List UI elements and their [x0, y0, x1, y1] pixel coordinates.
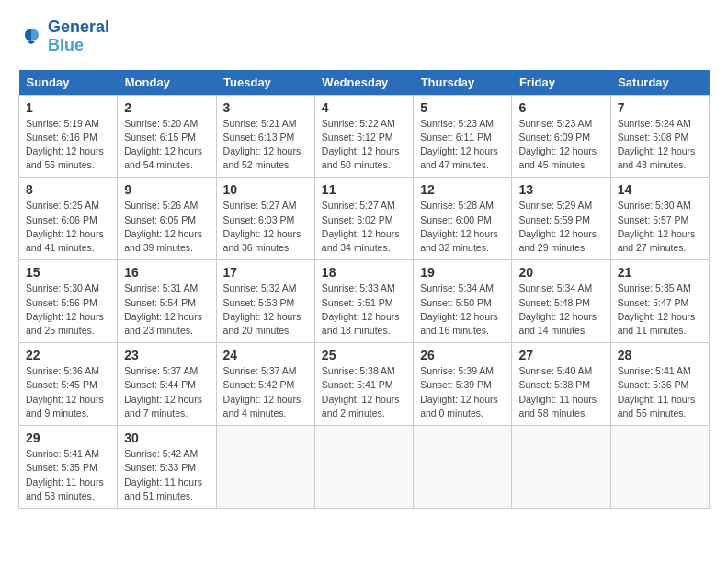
calendar-row: 29 Sunrise: 5:41 AMSunset: 5:35 PMDaylig…	[19, 426, 710, 509]
day-cell: 27 Sunrise: 5:40 AMSunset: 5:38 PMDaylig…	[512, 343, 610, 426]
day-cell: 15 Sunrise: 5:30 AMSunset: 5:56 PMDaylig…	[19, 260, 118, 343]
day-detail: Sunrise: 5:25 AMSunset: 6:06 PMDaylight:…	[26, 199, 110, 255]
day-cell: 25 Sunrise: 5:38 AMSunset: 5:41 PMDaylig…	[314, 343, 413, 426]
day-cell: 7 Sunrise: 5:24 AMSunset: 6:08 PMDayligh…	[610, 95, 709, 178]
weekday-header-row: Sunday Monday Tuesday Wednesday Thursday…	[19, 70, 710, 96]
header-tuesday: Tuesday	[216, 70, 314, 96]
day-cell: 1 Sunrise: 5:19 AMSunset: 6:16 PMDayligh…	[19, 95, 118, 178]
day-number: 6	[518, 100, 603, 115]
day-number: 21	[618, 265, 702, 280]
day-number: 24	[223, 348, 308, 362]
day-number: 29	[26, 431, 110, 445]
day-number: 10	[223, 182, 308, 197]
calendar-row: 22 Sunrise: 5:36 AMSunset: 5:45 PMDaylig…	[19, 343, 710, 426]
day-detail: Sunrise: 5:38 AMSunset: 5:41 PMDaylight:…	[322, 364, 406, 420]
day-cell: 12 Sunrise: 5:28 AMSunset: 6:00 PMDaylig…	[414, 178, 512, 260]
day-cell: 29 Sunrise: 5:41 AMSunset: 5:35 PMDaylig…	[19, 426, 118, 509]
header-saturday: Saturday	[610, 70, 709, 96]
day-cell: 14 Sunrise: 5:30 AMSunset: 5:57 PMDaylig…	[610, 178, 709, 260]
calendar-row: 1 Sunrise: 5:19 AMSunset: 6:16 PMDayligh…	[19, 95, 710, 178]
logo: General Blue	[18, 18, 109, 55]
day-number: 11	[322, 182, 406, 197]
day-cell: 11 Sunrise: 5:27 AMSunset: 6:02 PMDaylig…	[314, 178, 413, 260]
day-number: 26	[420, 348, 505, 362]
calendar-row: 8 Sunrise: 5:25 AMSunset: 6:06 PMDayligh…	[19, 178, 710, 260]
day-detail: Sunrise: 5:29 AMSunset: 5:59 PMDaylight:…	[518, 199, 603, 255]
day-cell: 9 Sunrise: 5:26 AMSunset: 6:05 PMDayligh…	[118, 178, 216, 260]
day-cell: 18 Sunrise: 5:33 AMSunset: 5:51 PMDaylig…	[314, 260, 413, 343]
day-detail: Sunrise: 5:23 AMSunset: 6:11 PMDaylight:…	[420, 117, 505, 173]
day-number: 1	[26, 100, 110, 115]
day-number: 13	[518, 182, 603, 197]
day-number: 20	[518, 265, 603, 280]
day-number: 4	[322, 100, 406, 115]
day-cell: 4 Sunrise: 5:22 AMSunset: 6:12 PMDayligh…	[314, 95, 413, 178]
header-sunday: Sunday	[19, 70, 118, 96]
day-detail: Sunrise: 5:41 AMSunset: 5:36 PMDaylight:…	[618, 364, 702, 420]
empty-cell	[414, 426, 512, 509]
day-number: 15	[26, 265, 110, 280]
day-cell: 19 Sunrise: 5:34 AMSunset: 5:50 PMDaylig…	[414, 260, 512, 343]
day-cell: 26 Sunrise: 5:39 AMSunset: 5:39 PMDaylig…	[414, 343, 512, 426]
day-cell: 5 Sunrise: 5:23 AMSunset: 6:11 PMDayligh…	[414, 95, 512, 178]
empty-cell	[512, 426, 610, 509]
day-cell: 21 Sunrise: 5:35 AMSunset: 5:47 PMDaylig…	[610, 260, 709, 343]
header-wednesday: Wednesday	[314, 70, 413, 96]
day-cell: 20 Sunrise: 5:34 AMSunset: 5:48 PMDaylig…	[512, 260, 610, 343]
day-detail: Sunrise: 5:31 AMSunset: 5:54 PMDaylight:…	[124, 282, 209, 338]
day-number: 18	[322, 265, 406, 280]
day-cell: 28 Sunrise: 5:41 AMSunset: 5:36 PMDaylig…	[610, 343, 709, 426]
day-number: 30	[124, 431, 209, 445]
day-detail: Sunrise: 5:34 AMSunset: 5:48 PMDaylight:…	[518, 282, 603, 338]
day-number: 3	[223, 100, 308, 115]
day-number: 22	[26, 348, 110, 362]
day-detail: Sunrise: 5:39 AMSunset: 5:39 PMDaylight:…	[420, 364, 505, 420]
day-detail: Sunrise: 5:37 AMSunset: 5:44 PMDaylight:…	[124, 364, 209, 420]
day-detail: Sunrise: 5:28 AMSunset: 6:00 PMDaylight:…	[420, 199, 505, 255]
calendar-table: Sunday Monday Tuesday Wednesday Thursday…	[18, 70, 710, 509]
day-number: 28	[618, 348, 702, 362]
day-number: 8	[26, 182, 110, 197]
day-detail: Sunrise: 5:37 AMSunset: 5:42 PMDaylight:…	[223, 364, 308, 420]
day-detail: Sunrise: 5:30 AMSunset: 5:56 PMDaylight:…	[26, 282, 110, 338]
day-number: 23	[124, 348, 209, 362]
header-monday: Monday	[118, 70, 216, 96]
day-detail: Sunrise: 5:33 AMSunset: 5:51 PMDaylight:…	[322, 282, 406, 338]
day-cell: 8 Sunrise: 5:25 AMSunset: 6:06 PMDayligh…	[19, 178, 118, 260]
day-number: 14	[618, 182, 702, 197]
day-cell: 3 Sunrise: 5:21 AMSunset: 6:13 PMDayligh…	[216, 95, 314, 178]
day-cell: 10 Sunrise: 5:27 AMSunset: 6:03 PMDaylig…	[216, 178, 314, 260]
page-header: General Blue	[18, 18, 710, 55]
day-cell: 22 Sunrise: 5:36 AMSunset: 5:45 PMDaylig…	[19, 343, 118, 426]
day-detail: Sunrise: 5:26 AMSunset: 6:05 PMDaylight:…	[124, 199, 209, 255]
header-thursday: Thursday	[414, 70, 512, 96]
empty-cell	[314, 426, 413, 509]
day-cell: 6 Sunrise: 5:23 AMSunset: 6:09 PMDayligh…	[512, 95, 610, 178]
day-detail: Sunrise: 5:42 AMSunset: 5:33 PMDaylight:…	[124, 447, 209, 503]
day-cell: 30 Sunrise: 5:42 AMSunset: 5:33 PMDaylig…	[118, 426, 216, 509]
day-cell: 17 Sunrise: 5:32 AMSunset: 5:53 PMDaylig…	[216, 260, 314, 343]
day-detail: Sunrise: 5:20 AMSunset: 6:15 PMDaylight:…	[124, 117, 209, 173]
day-detail: Sunrise: 5:24 AMSunset: 6:08 PMDaylight:…	[618, 117, 702, 173]
day-number: 16	[124, 265, 209, 280]
day-number: 27	[518, 348, 603, 362]
day-detail: Sunrise: 5:40 AMSunset: 5:38 PMDaylight:…	[518, 364, 603, 420]
day-detail: Sunrise: 5:27 AMSunset: 6:03 PMDaylight:…	[223, 199, 308, 255]
day-detail: Sunrise: 5:21 AMSunset: 6:13 PMDaylight:…	[223, 117, 308, 173]
empty-cell	[216, 426, 314, 509]
logo-icon	[18, 27, 44, 47]
day-number: 7	[618, 100, 702, 115]
day-cell: 13 Sunrise: 5:29 AMSunset: 5:59 PMDaylig…	[512, 178, 610, 260]
day-detail: Sunrise: 5:36 AMSunset: 5:45 PMDaylight:…	[26, 364, 110, 420]
day-detail: Sunrise: 5:27 AMSunset: 6:02 PMDaylight:…	[322, 199, 406, 255]
day-cell: 16 Sunrise: 5:31 AMSunset: 5:54 PMDaylig…	[118, 260, 216, 343]
day-number: 19	[420, 265, 505, 280]
day-detail: Sunrise: 5:22 AMSunset: 6:12 PMDaylight:…	[322, 117, 406, 173]
day-detail: Sunrise: 5:19 AMSunset: 6:16 PMDaylight:…	[26, 117, 110, 173]
day-number: 9	[124, 182, 209, 197]
header-friday: Friday	[512, 70, 610, 96]
day-detail: Sunrise: 5:41 AMSunset: 5:35 PMDaylight:…	[26, 447, 110, 503]
day-number: 12	[420, 182, 505, 197]
day-number: 2	[124, 100, 209, 115]
day-cell: 2 Sunrise: 5:20 AMSunset: 6:15 PMDayligh…	[118, 95, 216, 178]
